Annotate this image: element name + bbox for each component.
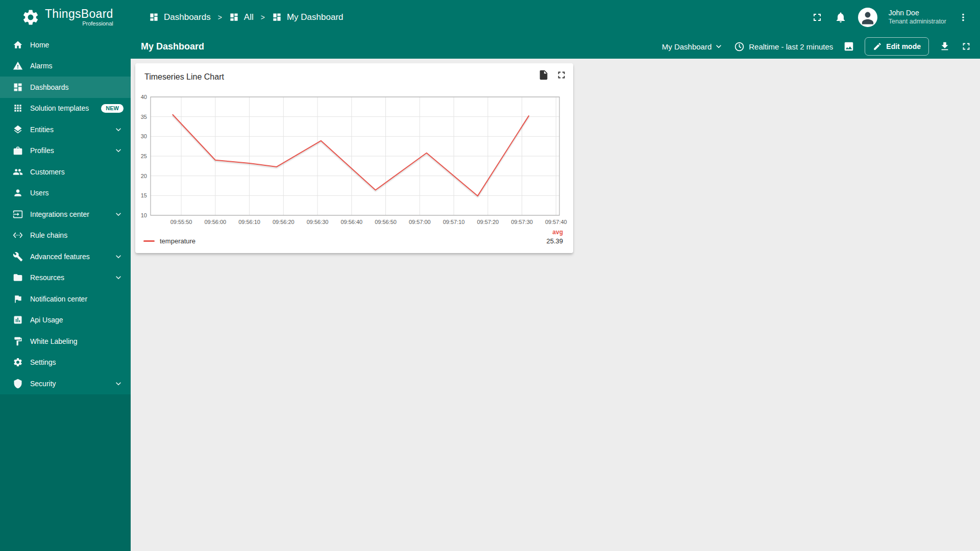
sidebar-item-alarms[interactable]: Alarms [0,56,131,77]
dashboard-icon [272,12,282,22]
dashboard-icon [149,12,159,22]
export-data-button[interactable] [538,69,549,81]
chevron-down-icon [113,124,124,135]
user-info[interactable]: John Doe Tenant administrator [889,8,946,26]
legend-series-item[interactable]: temperature [143,237,195,245]
chevron-down-icon [113,379,124,389]
app-subtitle: Professional [45,20,113,27]
sidebar-item-rule-chains[interactable]: Rule chains [0,225,131,246]
avatar[interactable] [858,8,877,27]
sidebar-item-label: Rule chains [30,231,124,239]
breadcrumb-separator: > [261,13,265,21]
sidebar-item-home[interactable]: Home [0,34,131,56]
advanced-features-icon [13,252,23,262]
sidebar-item-entities[interactable]: Entities [0,119,131,140]
sidebar-item-label: Resources [30,273,106,282]
header-fullscreen-button[interactable] [811,11,823,23]
svg-text:25: 25 [141,153,147,159]
breadcrumb-item-all[interactable]: All [229,12,254,22]
svg-text:09:56:20: 09:56:20 [273,219,295,225]
resources-icon [13,272,23,283]
sidebar-item-dashboards[interactable]: Dashboards [0,77,131,98]
sidebar-item-solution-templates[interactable]: Solution templatesNEW [0,98,131,119]
sidebar-item-advanced-features[interactable]: Advanced features [0,246,131,267]
sidebar-footer [0,394,131,551]
breadcrumb-item-dashboards[interactable]: Dashboards [149,12,211,22]
sidebar-item-label: White Labeling [30,337,124,345]
app-name: ThingsBoard [45,8,113,20]
breadcrumb-item-my-dashboard[interactable]: My Dashboard [272,12,344,22]
sidebar-item-white-labeling[interactable]: White Labeling [0,331,131,352]
sidebar-item-customers[interactable]: Customers [0,161,131,183]
svg-text:09:57:30: 09:57:30 [511,219,533,225]
user-role: Tenant administrator [889,17,946,26]
timewindow-button[interactable]: Realtime - last 2 minutes [734,41,833,52]
profiles-icon [13,145,23,156]
header-actions: John Doe Tenant administrator [811,8,969,27]
edit-mode-button[interactable]: Edit mode [865,37,929,56]
settings-icon [13,357,23,367]
sidebar-item-label: Profiles [30,146,106,155]
chevron-down-icon [113,272,124,283]
sidebar-item-label: Advanced features [30,253,106,261]
svg-text:40: 40 [141,94,147,100]
sidebar-item-users[interactable]: Users [0,183,131,204]
svg-text:09:56:40: 09:56:40 [340,219,362,225]
notification-center-icon [13,294,23,304]
svg-text:09:57:00: 09:57:00 [409,219,431,225]
users-icon [13,188,23,198]
dashboard-toolbar: My Dashboard My Dashboard Realtime - las… [131,34,980,59]
sidebar-item-notification-center[interactable]: Notification center [0,288,131,310]
sidebar-item-label: Solution templates [30,104,94,112]
sidebar-item-label: Users [30,189,124,197]
sidebar-item-label: Api Usage [30,316,124,324]
sidebar-item-resources[interactable]: Resources [0,267,131,289]
agg-value: 25.39 [546,237,563,245]
sidebar-item-label: Entities [30,126,106,134]
gear-logo-icon [21,8,40,27]
breadcrumb-label: All [244,12,254,22]
sidebar-item-label: Alarms [30,62,124,70]
chevron-down-icon [113,145,124,156]
integrations-center-icon [13,209,23,219]
timeseries-chart: 1015202530354009:55:5009:56:0009:56:1009… [135,91,573,229]
svg-text:30: 30 [141,133,147,139]
dashboard-canvas: Timeseries Line Chart 1015202530354009:5… [131,59,980,551]
app-logo[interactable]: ThingsBoard Professional [0,0,131,34]
sidebar-item-integrations-center[interactable]: Integrations center [0,204,131,225]
sidebar-item-profiles[interactable]: Profiles [0,140,131,162]
toolbar-fullscreen-button[interactable] [961,41,972,52]
pencil-icon [873,42,882,51]
app-logo-text: ThingsBoard Professional [45,8,113,26]
chevron-down-icon [113,209,124,219]
api-usage-icon [13,315,23,325]
sidebar-item-label: Integrations center [30,210,106,218]
svg-text:15: 15 [141,192,147,198]
sidebar-menu: HomeAlarmsDashboardsSolution templatesNE… [0,34,131,394]
new-badge: NEW [101,104,124,113]
widget-fullscreen-button[interactable] [556,69,567,81]
sidebar-item-label: Customers [30,168,124,176]
kebab-menu-button[interactable] [958,12,969,23]
agg-label: avg [546,229,563,236]
svg-text:35: 35 [141,114,147,120]
toolbar-actions: My Dashboard Realtime - last 2 minutes E… [662,37,972,56]
dashboards-icon [13,82,23,92]
chevron-down-icon [113,252,124,262]
solution-templates-icon [13,103,23,113]
sidebar: ThingsBoard Professional HomeAlarmsDashb… [0,0,131,551]
sidebar-item-security[interactable]: Security [0,373,131,394]
home-icon [13,40,23,50]
customers-icon [13,167,23,177]
sidebar-item-label: Security [30,380,106,388]
legend-aggregation: avg 25.39 [546,229,563,245]
sidebar-item-settings[interactable]: Settings [0,352,131,373]
download-button[interactable] [939,41,950,52]
rule-chains-icon [13,230,23,240]
chevron-down-icon [714,41,724,52]
dashboard-image-button[interactable] [843,41,854,52]
notifications-bell-button[interactable] [835,11,847,23]
sidebar-item-api-usage[interactable]: Api Usage [0,310,131,331]
svg-text:09:57:20: 09:57:20 [477,219,499,225]
dashboard-select[interactable]: My Dashboard [662,41,724,52]
